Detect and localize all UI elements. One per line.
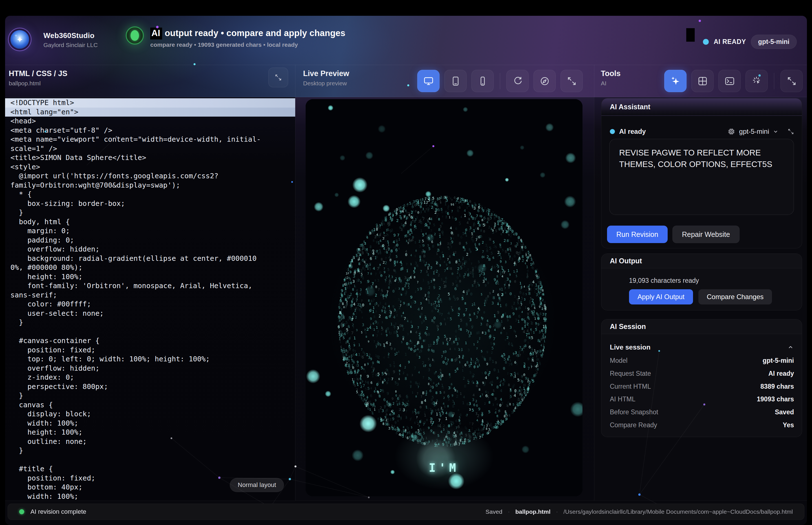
app-name: Web360Studio	[43, 31, 98, 40]
ai-session-header: AI Session	[601, 319, 802, 334]
refresh-icon	[512, 75, 523, 87]
code-line: color: #00ffff;	[5, 300, 295, 309]
tools-toolbar	[664, 70, 803, 92]
session-row: Modelgpt-5-mini	[610, 354, 794, 367]
ai-ready-text: AI ready	[619, 127, 646, 135]
layout-badge[interactable]: Normal layout	[230, 478, 284, 492]
editor-panel-header: HTML / CSS / JS ballpop.html	[5, 65, 295, 97]
editor-expand-button[interactable]	[269, 68, 288, 87]
code-line: <!DOCTYPE html>	[5, 98, 295, 108]
panel-header-row: HTML / CSS / JS ballpop.html Live Previe…	[5, 65, 807, 97]
code-line: height: 100%;	[5, 272, 295, 282]
app-logo: ✦ ✧	[11, 30, 29, 49]
ai-ready-dot-icon	[703, 39, 709, 45]
ai-session-card: AI Session Live session Modelgpt-5-miniR…	[601, 319, 802, 437]
preview-viewport[interactable]: I'M	[306, 99, 582, 496]
code-line: 0%, #000000 80%);	[5, 263, 295, 272]
chevron-up-icon[interactable]	[787, 344, 794, 351]
compass-button[interactable]	[534, 70, 556, 92]
code-line: #title {	[5, 464, 295, 474]
code-line: sans-serif;	[5, 291, 295, 300]
grid-tools-button[interactable]	[691, 70, 714, 92]
code-line: font-family: 'Orbitron', monospace, Aria…	[5, 281, 295, 291]
code-line: }	[5, 208, 295, 217]
session-row: Current HTML8389 chars	[610, 380, 794, 393]
spinner-click-icon	[751, 75, 763, 87]
tools-expand-button[interactable]	[780, 70, 803, 92]
code-line: margin: 0;	[5, 226, 295, 236]
ai-prompt-input[interactable]: REVISE PAGWE TO REFLECT MORE THEMES, COL…	[609, 139, 794, 215]
spinner-tools-button[interactable]	[745, 70, 768, 92]
live-session-label: Live session	[610, 343, 650, 351]
ai-ready-dot-icon	[610, 129, 615, 134]
editor-filename: ballpop.html	[9, 80, 295, 87]
code-line: <style>	[5, 163, 295, 172]
run-revision-button[interactable]: Run Revision	[607, 226, 668, 243]
repair-website-button[interactable]: Repair Website	[672, 226, 740, 243]
output-buttons: Apply AI Output Compare Changes	[629, 289, 772, 304]
panel-divider	[295, 65, 295, 500]
live-session-row[interactable]: Live session	[610, 342, 794, 352]
code-line: }	[5, 391, 295, 401]
code-line: width: 100%;	[5, 419, 295, 428]
code-line: <meta charset="utf-8" />	[5, 126, 295, 135]
session-rows: Modelgpt-5-miniRequest StateAI readyCurr…	[610, 354, 794, 432]
preview-expand-button[interactable]	[561, 70, 583, 92]
code-line: position: fixed;	[5, 346, 295, 355]
model-name: gpt-5-mini	[739, 127, 769, 135]
mini-sparkle-icon: ✧	[14, 33, 17, 38]
preview-toolbar	[417, 70, 583, 92]
compare-changes-button[interactable]: Compare Changes	[698, 289, 772, 304]
code-line: padding: 0;	[5, 236, 295, 245]
expand-icon[interactable]	[787, 128, 795, 135]
ai-tools-button[interactable]	[664, 70, 686, 92]
content-bottom-divider	[5, 500, 807, 501]
bullet-separator: ·	[508, 509, 510, 515]
toolbar-separator	[774, 73, 774, 89]
company-name: Gaylord Sinclair LLC	[43, 42, 98, 48]
ai-output-header: AI Output	[601, 254, 802, 268]
editor-title: HTML / CSS / JS	[9, 69, 295, 78]
code-line: width: 100%;	[5, 492, 295, 501]
code-line	[5, 327, 295, 336]
status-title: AI output ready • compare and apply chan…	[150, 28, 345, 38]
apply-ai-output-button[interactable]: Apply AI Output	[629, 289, 693, 304]
status-title-prefix: AI	[150, 28, 162, 40]
tools-panel: AI Assistant AI ready gpt-5-mini	[594, 97, 807, 500]
chevron-down-icon	[772, 129, 779, 135]
device-phone-button[interactable]	[472, 70, 494, 92]
code-line: }	[5, 318, 295, 327]
assistant-buttons: Run Revision Repair Website	[607, 226, 740, 243]
session-row: Request StateAI ready	[610, 367, 794, 380]
code-line: @import url('https://fonts.googleapis.co…	[5, 171, 295, 181]
live-preview-panel: I'M	[295, 97, 594, 500]
code-line	[5, 455, 295, 465]
status-green-dot-icon	[19, 509, 24, 514]
code-line: outline: none;	[5, 437, 295, 446]
session-row: Compare ReadyYes	[610, 419, 794, 432]
preview-panel-header: Live Preview Desktop preview	[295, 65, 594, 97]
refresh-button[interactable]	[506, 70, 528, 92]
toolbar-separator	[500, 73, 500, 89]
device-desktop-button[interactable]	[417, 70, 439, 92]
ai-ready-row: AI ready gpt-5-mini	[610, 125, 795, 138]
code-area[interactable]: <!DOCTYPE html><html lang="en"><head><me…	[5, 98, 295, 500]
status-texts: AI output ready • compare and apply chan…	[150, 28, 345, 48]
app-window: ✦ ✧ Web360Studio Gaylord Sinclair LLC AI…	[5, 16, 807, 525]
saved-indicator: Saved	[485, 508, 503, 515]
terminal-tools-button[interactable]	[719, 70, 741, 92]
ai-ready-cluster: AI READY gpt-5-mini	[703, 35, 797, 49]
model-badge[interactable]: gpt-5-mini	[751, 35, 797, 49]
status-title-rest: output ready • compare and apply changes	[162, 28, 345, 38]
ai-assistant-header: AI Assistant	[601, 98, 802, 116]
code-line: overflow: hidden;	[5, 245, 295, 254]
ai-output-card: AI Output 19,093 characters ready Apply …	[601, 254, 802, 310]
expand-icon	[786, 75, 797, 87]
status-bar: AI revision complete Saved · ballpop.htm…	[8, 504, 804, 520]
model-selector[interactable]: gpt-5-mini	[727, 127, 795, 136]
device-tablet-button[interactable]	[444, 70, 467, 92]
code-line: box-sizing: border-box;	[5, 199, 295, 208]
tools-panel-header: Tools AI	[594, 65, 807, 97]
code-line: }	[5, 446, 295, 455]
file-name: ballpop.html	[516, 508, 551, 515]
